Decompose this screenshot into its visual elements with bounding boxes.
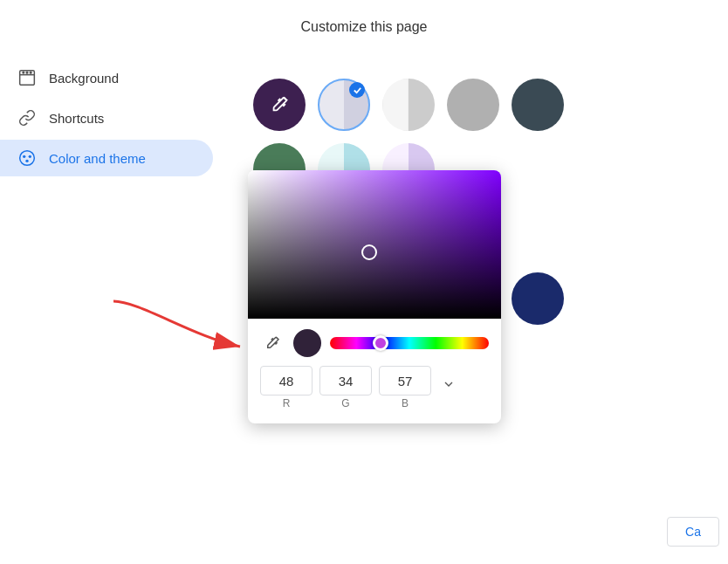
color-circle-dark-teal[interactable] [512,79,564,131]
color-circle-white-gray[interactable] [382,79,440,136]
sidebar-item-background[interactable]: Background [0,59,213,96]
color-theme-icon [17,148,37,168]
color-circle-gray[interactable] [447,79,499,131]
b-input[interactable] [379,366,431,395]
sidebar-label-shortcuts: Shortcuts [49,111,104,126]
g-input[interactable] [319,366,372,395]
background-icon [17,68,37,87]
hue-thumb[interactable] [373,335,388,351]
b-field: B [379,366,431,409]
selected-color-circle[interactable] [318,79,370,131]
sidebar-label-color-theme: Color and theme [49,151,146,166]
b-label: B [402,397,409,409]
r-input[interactable] [260,366,312,395]
color-picker-popup: R G B [248,170,501,423]
sidebar-item-color-and-theme[interactable]: Color and theme [0,140,213,176]
page-title: Customize this page [0,19,728,35]
arrow-annotation [105,292,253,380]
mode-toggle-button[interactable] [438,366,459,395]
color-preview [293,329,321,357]
hue-slider[interactable] [330,337,489,349]
svg-point-2 [26,72,28,73]
g-field: G [319,366,372,409]
shortcuts-icon [17,108,37,127]
svg-point-5 [23,155,25,158]
r-label: R [283,397,291,409]
sidebar-label-background: Background [49,71,119,86]
color-gradient-canvas[interactable] [248,170,501,319]
svg-point-1 [23,72,24,73]
svg-point-4 [20,151,35,166]
g-label: G [341,397,349,409]
r-field: R [260,366,312,409]
svg-point-7 [25,160,28,162]
eyedropper-button[interactable] [260,331,285,355]
color-circle-navy[interactable] [512,272,564,325]
cancel-button[interactable]: Ca [667,517,719,547]
sidebar: Background Shortcuts Color and theme [0,52,213,183]
sidebar-item-shortcuts[interactable]: Shortcuts [0,100,213,136]
svg-point-3 [30,72,31,73]
picker-controls [248,319,501,362]
svg-point-6 [29,155,31,158]
custom-color-circle[interactable] [253,79,306,131]
gradient-cursor[interactable] [361,244,377,260]
hue-slider-container [330,337,489,349]
rgb-inputs: R G B [248,362,501,409]
